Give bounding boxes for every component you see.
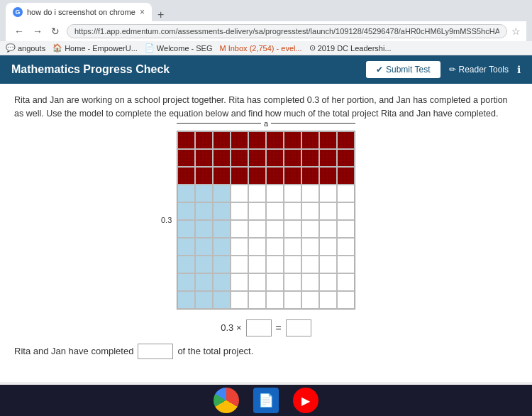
grid-cell — [301, 238, 319, 256]
grid-cell — [231, 167, 248, 185]
tab-title: how do i screenshot on chrome — [27, 8, 135, 16]
grid-cell — [319, 131, 337, 149]
grid-cell — [213, 167, 231, 185]
grid-cell — [231, 291, 248, 309]
bookmark-item-leadership[interactable]: ⊙ 2019 DC Leadershi... — [309, 43, 392, 53]
pencil-icon: ✏ — [449, 65, 456, 75]
grid-cell — [284, 256, 301, 273]
back-button[interactable]: ← — [11, 24, 27, 38]
chrome-taskbar-icon[interactable] — [214, 388, 239, 413]
left-label: 0.3 — [161, 216, 172, 224]
equation-input-2[interactable] — [286, 319, 311, 336]
docs-icon-symbol: 📄 — [258, 393, 274, 408]
youtube-play-icon: ▶ — [301, 394, 310, 407]
forward-button[interactable]: → — [30, 24, 45, 38]
bookmark-item-welcome[interactable]: 📄 Welcome - SEG — [145, 43, 213, 53]
grid-cell — [213, 131, 231, 149]
grid-cell — [248, 220, 266, 238]
grid-cell — [266, 185, 284, 202]
refresh-button[interactable]: ↻ — [48, 24, 62, 38]
page-header: Mathematics Progress Check ✔ Submit Test… — [0, 55, 532, 84]
grid-cell — [231, 202, 248, 220]
grid-cell — [266, 238, 284, 256]
grid-cell — [195, 256, 213, 273]
grid-cell — [231, 220, 248, 238]
grid-cell — [248, 238, 266, 256]
grid-cell — [301, 202, 319, 220]
grid-cell — [337, 238, 355, 256]
bookmark-item-home[interactable]: 🏠 Home - EmpowerU... — [52, 43, 138, 53]
equation-input-1[interactable] — [246, 319, 272, 336]
reader-tools-button[interactable]: ✏ Reader Tools — [449, 65, 509, 75]
grid-cell — [266, 167, 284, 185]
brace-line-left — [177, 123, 261, 124]
grid-cell — [195, 167, 213, 185]
grid-cell — [177, 256, 195, 273]
grid-cell — [195, 291, 213, 309]
address-bar: ← → ↻ ☆ — [6, 21, 526, 41]
grid-cell — [266, 149, 284, 167]
grid-cell — [195, 273, 213, 291]
grid-cell — [319, 291, 337, 309]
submit-test-button[interactable]: ✔ Submit Test — [366, 61, 440, 78]
bookmark-item-hangouts[interactable]: 💬 angouts — [6, 43, 45, 53]
taskbar: 📄 ▶ — [0, 385, 532, 416]
grid-cell — [213, 185, 231, 202]
url-input[interactable] — [67, 24, 507, 38]
equation-equals: = — [276, 322, 282, 334]
grid-cell — [195, 202, 213, 220]
grid-cell — [337, 291, 355, 309]
grid-cell — [319, 238, 337, 256]
brace-text: a — [261, 119, 271, 128]
grid-cell — [319, 256, 337, 273]
grid-cell — [177, 185, 195, 202]
grid-cell — [337, 185, 355, 202]
grid-cell — [301, 291, 319, 309]
grid-cell — [195, 131, 213, 149]
submit-icon: ✔ — [376, 65, 383, 75]
bookmark-star-icon[interactable]: ☆ — [511, 26, 521, 37]
info-icon[interactable]: ℹ — [517, 64, 521, 75]
equation-row: 0.3 × = — [14, 319, 518, 336]
grid-cell — [231, 131, 248, 149]
grid-cell — [266, 220, 284, 238]
grid-cell — [213, 256, 231, 273]
grid-cell — [177, 238, 195, 256]
grid-cell — [319, 167, 337, 185]
grid-cell — [248, 131, 266, 149]
new-tab-button[interactable]: + — [153, 9, 168, 21]
grid-cell — [231, 149, 248, 167]
grid-cell — [177, 291, 195, 309]
grid-cell — [177, 202, 195, 220]
grid-cell — [319, 185, 337, 202]
youtube-taskbar-icon[interactable]: ▶ — [293, 388, 318, 413]
grid-cell — [266, 256, 284, 273]
grid-cell — [319, 202, 337, 220]
grid-cell — [301, 220, 319, 238]
grid-cell — [248, 185, 266, 202]
grid-cell — [177, 167, 195, 185]
grid-cell — [301, 131, 319, 149]
browser-tab[interactable]: how do i screenshot on chrome × — [6, 3, 152, 21]
grid-cell — [319, 273, 337, 291]
grid-cell — [248, 273, 266, 291]
grid-cell — [337, 131, 355, 149]
grid-cell — [266, 273, 284, 291]
tab-close-icon[interactable]: × — [140, 7, 145, 17]
page-title: Mathematics Progress Check — [11, 63, 170, 76]
grid-cell — [337, 220, 355, 238]
answer-input[interactable] — [138, 344, 173, 359]
grid-cell — [213, 291, 231, 309]
bookmark-item-gmail[interactable]: M Inbox (2,754) - evel... — [220, 44, 302, 53]
answer-row: Rita and Jan have completed of the total… — [14, 344, 518, 359]
grid-model — [177, 131, 355, 310]
nav-buttons: ← → ↻ — [11, 24, 62, 38]
grid-cell — [248, 291, 266, 309]
grid-cell — [213, 202, 231, 220]
grid-cell — [266, 202, 284, 220]
grid-cell — [248, 202, 266, 220]
grid-cell — [301, 256, 319, 273]
grid-cell — [284, 202, 301, 220]
docs-taskbar-icon[interactable]: 📄 — [253, 388, 279, 413]
tab-bar: how do i screenshot on chrome × + — [6, 3, 526, 21]
